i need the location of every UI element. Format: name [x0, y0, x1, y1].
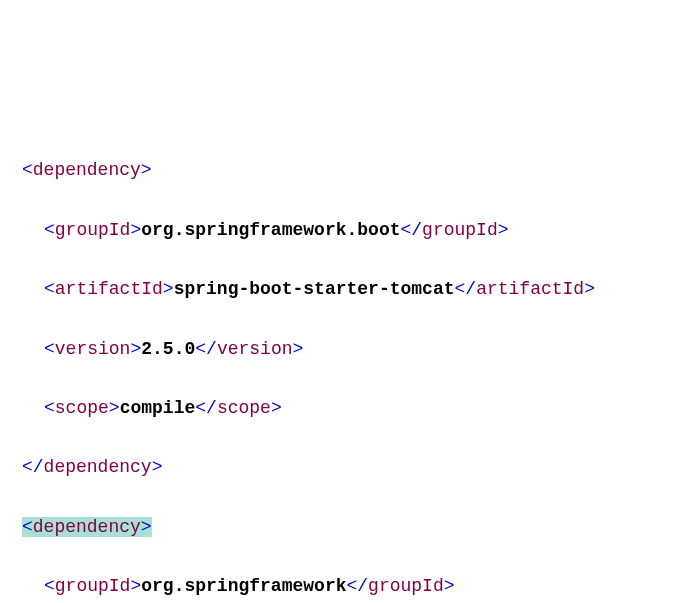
xml-close-dependency: </dependency>: [0, 453, 687, 483]
code-block: <dependency> <groupId>org.springframewor…: [0, 127, 687, 603]
xml-scope-line: <scope>compile</scope>: [0, 394, 687, 424]
xml-artifactid-line: <artifactId>spring-boot-starter-tomcat</…: [0, 275, 687, 305]
xml-groupid-line: <groupId>org.springframework.boot</group…: [0, 216, 687, 246]
xml-version-line: <version>2.5.0</version>: [0, 335, 687, 365]
xml-open-dependency: <dependency>: [0, 156, 687, 186]
xml-groupid-line: <groupId>org.springframework</groupId>: [0, 572, 687, 602]
xml-open-dependency: <dependency>: [0, 513, 687, 543]
